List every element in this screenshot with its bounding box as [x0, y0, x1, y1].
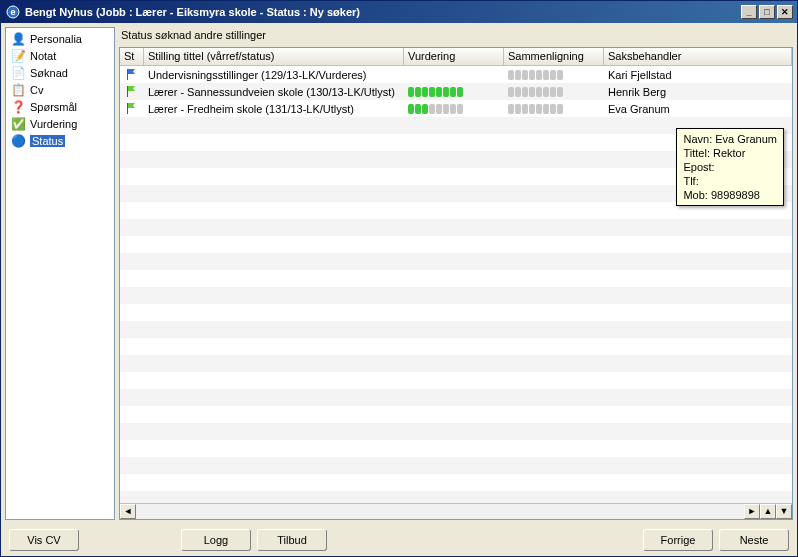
cell-saksbehandler: Eva Granum	[604, 102, 792, 116]
sidebar-item-spørsmål[interactable]: ❓Spørsmål	[6, 98, 114, 115]
flag-icon	[120, 83, 144, 101]
sidebar-icon: 👤	[10, 31, 26, 47]
maximize-button[interactable]: □	[759, 5, 775, 19]
vis-cv-button[interactable]: Vis CV	[9, 529, 79, 551]
flag-icon	[120, 66, 144, 84]
tooltip-line: Epost:	[683, 160, 777, 174]
scroll-extra-1[interactable]: ▲	[760, 504, 776, 519]
svg-rect-2	[127, 69, 128, 80]
sidebar-item-status[interactable]: 🔵Status	[6, 132, 114, 149]
cell-saksbehandler: Henrik Berg	[604, 85, 792, 99]
sidebar: 👤Personalia📝Notat📄Søknad📋Cv❓Spørsmål✅Vur…	[5, 27, 115, 520]
cell-title: Undervisningsstillinger (129/13-LK/Vurde…	[144, 68, 404, 82]
window-title: Bengt Nyhus (Jobb : Lærer - Eiksmyra sko…	[25, 6, 737, 18]
panel-title: Status søknad andre stillinger	[119, 27, 793, 45]
col-title[interactable]: Stilling tittel (vårref/status)	[144, 48, 404, 65]
sidebar-icon: ❓	[10, 99, 26, 115]
scroll-left-button[interactable]: ◄	[120, 504, 136, 519]
sidebar-icon: 📋	[10, 82, 26, 98]
sidebar-item-søknad[interactable]: 📄Søknad	[6, 64, 114, 81]
tooltip-line: Navn: Eva Granum	[683, 132, 777, 146]
app-window: e Bengt Nyhus (Jobb : Lærer - Eiksmyra s…	[0, 0, 798, 557]
sidebar-item-label: Søknad	[30, 67, 68, 79]
svg-text:e: e	[10, 7, 15, 17]
cell-vurdering	[404, 86, 504, 98]
main-panel: Status søknad andre stillinger St Stilli…	[119, 27, 793, 520]
sidebar-icon: 📝	[10, 48, 26, 64]
titlebar: e Bengt Nyhus (Jobb : Lærer - Eiksmyra s…	[1, 1, 797, 23]
close-button[interactable]: ✕	[777, 5, 793, 19]
col-st[interactable]: St	[120, 48, 144, 65]
tooltip-line: Tittel: Rektor	[683, 146, 777, 160]
sidebar-item-cv[interactable]: 📋Cv	[6, 81, 114, 98]
table-header: St Stilling tittel (vårref/status) Vurde…	[120, 48, 792, 66]
sidebar-icon: ✅	[10, 116, 26, 132]
tilbud-button[interactable]: Tilbud	[257, 529, 327, 551]
horizontal-scrollbar[interactable]: ◄ ► ▲ ▼	[120, 503, 792, 519]
minimize-button[interactable]: _	[741, 5, 757, 19]
flag-icon	[120, 100, 144, 118]
sidebar-item-label: Notat	[30, 50, 56, 62]
sidebar-icon: 🔵	[10, 133, 26, 149]
svg-rect-3	[127, 86, 128, 97]
tooltip-line: Mob: 98989898	[683, 188, 777, 202]
col-sammenligning[interactable]: Sammenligning	[504, 48, 604, 65]
table-row[interactable]: Undervisningsstillinger (129/13-LK/Vurde…	[120, 66, 792, 83]
cell-title: Lærer - Sannessundveien skole (130/13-LK…	[144, 85, 404, 99]
sidebar-item-label: Personalia	[30, 33, 82, 45]
scroll-track[interactable]	[136, 504, 744, 519]
cell-sammenligning	[504, 86, 604, 98]
sidebar-item-label: Status	[30, 135, 65, 147]
scroll-right-button[interactable]: ►	[744, 504, 760, 519]
saksbehandler-tooltip: Navn: Eva GranumTittel: RektorEpost:Tlf:…	[676, 128, 784, 206]
sidebar-item-vurdering[interactable]: ✅Vurdering	[6, 115, 114, 132]
sidebar-item-label: Vurdering	[30, 118, 77, 130]
scroll-extra-2[interactable]: ▼	[776, 504, 792, 519]
svg-rect-4	[127, 103, 128, 114]
sidebar-item-label: Cv	[30, 84, 43, 96]
cell-sammenligning	[504, 69, 604, 81]
status-table: St Stilling tittel (vårref/status) Vurde…	[119, 47, 793, 520]
footer: Vis CV Logg Tilbud Forrige Neste	[1, 524, 797, 556]
cell-title: Lærer - Fredheim skole (131/13-LK/Utlyst…	[144, 102, 404, 116]
sidebar-item-personalia[interactable]: 👤Personalia	[6, 30, 114, 47]
table-row[interactable]: Lærer - Fredheim skole (131/13-LK/Utlyst…	[120, 100, 792, 117]
cell-vurdering	[404, 74, 504, 76]
col-vurdering[interactable]: Vurdering	[404, 48, 504, 65]
col-saksbehandler[interactable]: Saksbehandler	[604, 48, 792, 65]
tooltip-line: Tlf:	[683, 174, 777, 188]
neste-button[interactable]: Neste	[719, 529, 789, 551]
cell-vurdering	[404, 103, 504, 115]
sidebar-item-notat[interactable]: 📝Notat	[6, 47, 114, 64]
sidebar-item-label: Spørsmål	[30, 101, 77, 113]
app-icon: e	[5, 4, 21, 20]
logg-button[interactable]: Logg	[181, 529, 251, 551]
forrige-button[interactable]: Forrige	[643, 529, 713, 551]
sidebar-icon: 📄	[10, 65, 26, 81]
cell-sammenligning	[504, 103, 604, 115]
cell-saksbehandler: Kari Fjellstad	[604, 68, 792, 82]
table-row[interactable]: Lærer - Sannessundveien skole (130/13-LK…	[120, 83, 792, 100]
